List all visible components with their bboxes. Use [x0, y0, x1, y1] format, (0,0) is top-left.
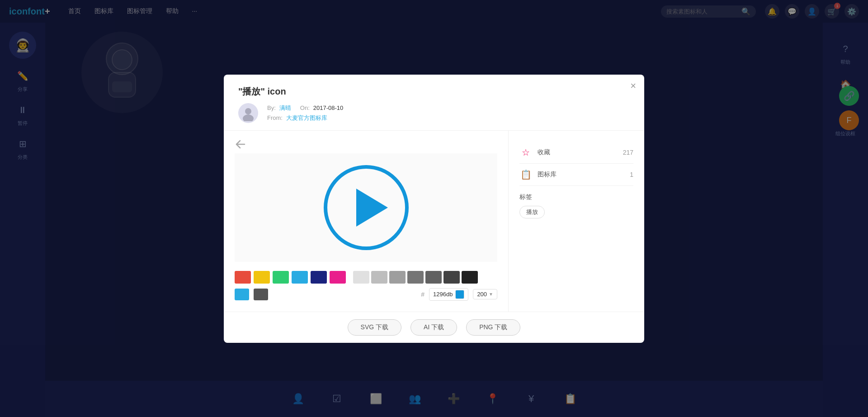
icon-preview-area [235, 153, 497, 262]
size-select[interactable]: 200 ▼ [473, 289, 497, 299]
size-value: 200 [477, 291, 487, 298]
swatch-blue[interactable] [292, 271, 308, 284]
selected-color-dark[interactable] [254, 289, 268, 300]
modal-right-panel: ☆ 收藏 217 📋 图标库 1 标签 播放 [509, 131, 644, 312]
swatch-gray3[interactable] [389, 271, 406, 284]
swatch-gray4[interactable] [407, 271, 424, 284]
swatch-gray7[interactable] [462, 271, 478, 284]
hash-symbol: # [421, 291, 425, 298]
swatch-gray6[interactable] [443, 271, 460, 284]
lib-label: 图标库 [538, 171, 624, 179]
modal-close-btn[interactable]: × [630, 81, 636, 91]
back-arrow-icon [235, 140, 245, 149]
date-label: On: [300, 104, 310, 111]
modal-left-panel: # 1296db 200 ▼ [224, 131, 509, 312]
tags-title: 标签 [519, 193, 633, 201]
color-swatches-row [235, 271, 497, 284]
swatch-navy[interactable] [311, 271, 327, 284]
color-preview-box[interactable] [455, 290, 464, 299]
swatch-gray5[interactable] [425, 271, 442, 284]
collect-count: 217 [623, 149, 633, 156]
date-value: 2017-08-10 [313, 104, 344, 111]
swatch-gray1[interactable] [353, 271, 369, 284]
author-name[interactable]: 满晴 [279, 104, 291, 112]
color-controls-row: # 1296db 200 ▼ [235, 288, 497, 301]
swatch-green[interactable] [273, 271, 289, 284]
author-avatar-svg [240, 105, 256, 121]
lib-count: 1 [630, 171, 633, 178]
from-value[interactable]: 大麦官方图标库 [286, 114, 327, 122]
lib-icon: 📋 [519, 169, 532, 180]
tag-play[interactable]: 播放 [519, 206, 545, 218]
chevron-down-icon: ▼ [489, 292, 493, 297]
png-download-btn[interactable]: PNG 下载 [466, 319, 520, 336]
ai-download-btn[interactable]: AI 下载 [410, 319, 457, 336]
collect-label: 收藏 [538, 148, 618, 156]
from-line: From: 大麦官方图标库 [267, 114, 343, 122]
swatch-pink[interactable] [330, 271, 346, 284]
tags-section: 标签 播放 [519, 193, 633, 218]
svg-point-5 [245, 108, 251, 114]
modal-title: "播放" icon [238, 85, 630, 98]
collect-stat-row: ☆ 收藏 217 [519, 142, 633, 164]
star-icon: ☆ [519, 147, 532, 158]
modal-header: "播放" icon By: 满晴 On: 2017-08-10 [224, 75, 644, 131]
modal-meta: By: 满晴 On: 2017-08-10 From: 大麦官方图标库 [238, 103, 630, 123]
svg-download-btn[interactable]: SVG 下载 [348, 319, 401, 336]
color-hex-value: 1296db [433, 291, 453, 298]
lib-stat-row: 📋 图标库 1 [519, 164, 633, 186]
modal-meta-text: By: 满晴 On: 2017-08-10 From: 大麦官方图标库 [267, 104, 343, 122]
modal-body: # 1296db 200 ▼ ☆ 收藏 217 [224, 131, 644, 312]
svg-marker-9 [356, 189, 388, 227]
author-avatar [238, 103, 258, 123]
back-btn[interactable] [235, 140, 245, 149]
author-label: By: [267, 104, 276, 111]
modal: × "播放" icon By: 满晴 On: 2017-0 [224, 75, 644, 343]
modal-overlay: × "播放" icon By: 满晴 On: 2017-0 [0, 0, 868, 417]
modal-footer: SVG 下载 AI 下载 PNG 下载 [224, 312, 644, 343]
gray-swatches [353, 271, 478, 284]
color-hex-input[interactable]: 1296db [429, 288, 468, 301]
swatch-gray2[interactable] [371, 271, 387, 284]
selected-color-blue[interactable] [235, 289, 249, 300]
author-line: By: 满晴 On: 2017-08-10 [267, 104, 343, 112]
swatch-yellow[interactable] [254, 271, 270, 284]
swatch-red[interactable] [235, 271, 251, 284]
play-icon-svg [321, 162, 411, 253]
from-label: From: [267, 114, 283, 121]
